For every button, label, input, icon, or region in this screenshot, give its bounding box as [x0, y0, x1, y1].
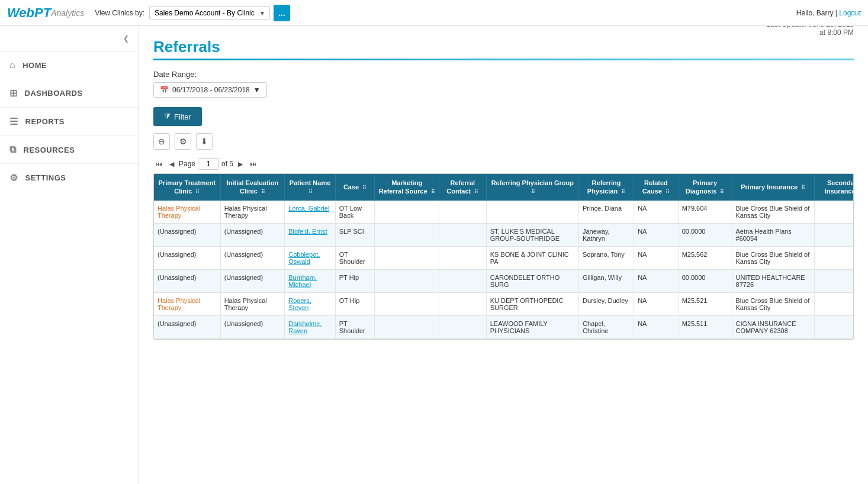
date-range-label: Date Range:: [153, 70, 854, 79]
col-case[interactable]: Case ⠿: [335, 174, 375, 201]
cell-initial-eval-clinic: (Unassigned): [220, 223, 285, 246]
first-page-btn[interactable]: ⏮: [153, 159, 165, 169]
cell-primary-treatment-clinic: (Unassigned): [154, 246, 220, 269]
table-header-row: Primary Treatment Clinic ⠿ Initial Evalu…: [154, 174, 854, 201]
cell-referring-physician-group: LEAWOOD FAMILY PHYSICIANS: [486, 315, 578, 338]
page-label: Page: [179, 160, 195, 168]
resources-icon: ⧉: [9, 144, 17, 155]
cell-patient-name[interactable]: Lorca, Gabriel: [285, 201, 336, 224]
cell-referral-contact: [439, 269, 486, 292]
cell-initial-eval-clinic: (Unassigned): [220, 315, 285, 338]
sidebar-item-dashboards[interactable]: ⊞ DASHBOARDS: [0, 79, 139, 108]
table-row: (Unassigned) (Unassigned) Cobblepot, Osw…: [154, 246, 854, 269]
of-label: of 5: [221, 160, 233, 168]
cell-marketing-referral: [375, 269, 439, 292]
col-patient-name[interactable]: Patient Name ⠿: [285, 174, 336, 201]
cell-secondary-insurance: [814, 223, 854, 246]
hello-text: Hello, Barry |: [796, 9, 839, 17]
logo-analytics: Analytics: [51, 8, 84, 18]
cell-primary-insurance: Blue Cross Blue Shield of Kansas City: [732, 201, 814, 224]
collapse-table-btn[interactable]: ⊖: [153, 133, 170, 150]
col-related-cause[interactable]: Related Cause ⠿: [634, 174, 679, 201]
last-update: Last Update: June 25, 2018 at 8:00 PM: [767, 26, 854, 37]
last-update-label: Last Update:: [767, 26, 807, 28]
col-initial-eval-clinic[interactable]: Initial Evaluation Clinic ⠿: [220, 174, 285, 201]
last-update-time: at 8:00 PM: [819, 28, 854, 37]
date-range-button[interactable]: 📅 06/17/2018 - 06/23/2018 ▼: [153, 82, 267, 98]
dots-button[interactable]: ...: [274, 5, 290, 21]
table-row: (Unassigned) (Unassigned) Burnham, Micha…: [154, 269, 854, 292]
filter-icon: ⧩: [164, 112, 171, 121]
last-page-btn[interactable]: ⏭: [247, 159, 259, 169]
settings-table-btn[interactable]: ⚙: [175, 133, 191, 150]
cell-initial-eval-clinic: (Unassigned): [220, 269, 285, 292]
cell-referral-contact: [439, 223, 486, 246]
cell-secondary-insurance: [814, 246, 854, 269]
col-secondary-insurance[interactable]: Secondary Insurance ⠿: [814, 174, 854, 201]
cell-referring-physician-group: ST. LUKE'S MEDICAL GROUP-SOUTHRIDGE: [486, 223, 578, 246]
cell-primary-insurance: Aetna Health Plans #60054: [732, 223, 814, 246]
topbar-right: Hello, Barry | Logout: [796, 9, 861, 17]
cell-primary-diagnosis: M79.604: [678, 201, 732, 224]
col-primary-diagnosis[interactable]: Primary Diagnosis ⠿: [678, 174, 732, 201]
filter-button[interactable]: ⧩ Filter: [153, 107, 202, 126]
cell-primary-insurance: Blue Cross Blue Shield of Kansas City: [732, 246, 814, 269]
calendar-icon: 📅: [160, 86, 169, 94]
table-row: Halas Physical Therapy Halas Physical Th…: [154, 292, 854, 315]
blue-divider: [153, 59, 854, 60]
cell-patient-name[interactable]: Darkholme, Raven: [285, 315, 336, 338]
sidebar-item-resources[interactable]: ⧉ RESOURCES: [0, 136, 139, 164]
cell-related-cause: NA: [634, 246, 679, 269]
cell-case: OT Shoulder: [335, 246, 375, 269]
cell-secondary-insurance: [814, 269, 854, 292]
table-row: Halas Physical Therapy Halas Physical Th…: [154, 201, 854, 224]
cell-primary-diagnosis: 00.0000: [678, 269, 732, 292]
cell-related-cause: NA: [634, 201, 679, 224]
cell-secondary-insurance: [814, 201, 854, 224]
logout-link[interactable]: Logout: [839, 9, 861, 17]
sidebar-item-reports[interactable]: ☰ REPORTS: [0, 108, 139, 136]
cell-referral-contact: [439, 201, 486, 224]
clinic-select[interactable]: Sales Demo Account - By Clinic: [149, 6, 270, 20]
cell-initial-eval-clinic: Halas Physical Therapy: [220, 292, 285, 315]
cell-marketing-referral: [375, 201, 439, 224]
date-range-value: 06/17/2018 - 06/23/2018: [172, 86, 250, 94]
cell-patient-name[interactable]: Cobblepot, Oswald: [285, 246, 336, 269]
prev-page-btn[interactable]: ◀: [167, 159, 176, 169]
sidebar-collapse-btn[interactable]: ❮: [0, 26, 139, 51]
col-referral-contact[interactable]: Referral Contact ⠿: [439, 174, 486, 201]
col-primary-insurance[interactable]: Primary Insurance ⠿: [732, 174, 814, 201]
col-primary-treatment-clinic[interactable]: Primary Treatment Clinic ⠿: [154, 174, 220, 201]
cell-primary-diagnosis: M25.562: [678, 246, 732, 269]
sidebar-item-home[interactable]: ⌂ HOME: [0, 51, 139, 79]
clinic-select-wrapper[interactable]: Sales Demo Account - By Clinic: [149, 6, 270, 20]
cell-marketing-referral: [375, 223, 439, 246]
cell-primary-insurance: UNITED HEALTHCARE 87726: [732, 269, 814, 292]
cell-patient-name[interactable]: Burnham, Michael: [285, 269, 336, 292]
download-table-btn[interactable]: ⬇: [196, 133, 213, 150]
cell-primary-treatment-clinic: (Unassigned): [154, 315, 220, 338]
col-marketing-referral-source[interactable]: Marketing Referral Source ⠿: [375, 174, 439, 201]
data-table-wrapper: Primary Treatment Clinic ⠿ Initial Evalu…: [153, 173, 854, 340]
cell-referring-physician-group: KU DEPT ORTHOPEDIC SURGER: [486, 292, 578, 315]
col-referring-physician-group[interactable]: Referring Physician Group ⠿: [486, 174, 578, 201]
next-page-btn[interactable]: ▶: [236, 159, 245, 169]
cell-primary-diagnosis: M25.511: [678, 315, 732, 338]
cell-case: OT Low Back: [335, 201, 375, 224]
cell-primary-treatment-clinic: (Unassigned): [154, 269, 220, 292]
cell-patient-name[interactable]: Rogers, Steven: [285, 292, 336, 315]
table-row: (Unassigned) (Unassigned) Blofeld, Ernst…: [154, 223, 854, 246]
cell-primary-treatment-clinic: (Unassigned): [154, 223, 220, 246]
page-input[interactable]: [198, 158, 219, 170]
cell-referral-contact: [439, 292, 486, 315]
cell-primary-insurance: CIGNA INSURANCE COMPANY 62308: [732, 315, 814, 338]
cell-primary-diagnosis: M25.521: [678, 292, 732, 315]
cell-referring-physician: Prince, Diana: [578, 201, 634, 224]
logo: WebPT Analytics: [7, 5, 84, 21]
col-referring-physician[interactable]: Referring Physician ⠿: [578, 174, 634, 201]
view-clinics-label: View Clinics by:: [95, 9, 144, 17]
sidebar-item-settings[interactable]: ⚙ SETTINGS: [0, 164, 139, 192]
cell-patient-name[interactable]: Blofeld, Ernst: [285, 223, 336, 246]
cell-related-cause: NA: [634, 315, 679, 338]
cell-marketing-referral: [375, 315, 439, 338]
